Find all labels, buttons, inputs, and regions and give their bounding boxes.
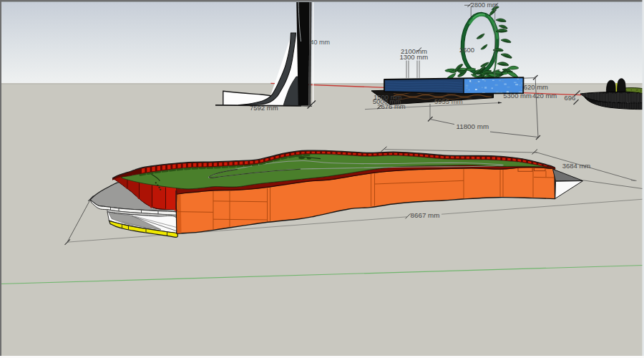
svg-text:3684 mm: 3684 mm (562, 162, 591, 170)
svg-text:696: 696 (564, 94, 575, 102)
svg-text:5300 mm: 5300 mm (503, 92, 532, 100)
svg-text:5955 mm: 5955 mm (434, 97, 463, 105)
svg-text:11800 mm: 11800 mm (457, 122, 489, 130)
svg-text:1300 mm: 1300 mm (400, 53, 429, 61)
svg-text:7592 mm: 7592 mm (250, 104, 278, 112)
svg-text:620 mm: 620 mm (524, 83, 548, 91)
svg-text:2800 mm: 2800 mm (471, 1, 498, 9)
svg-text:420 mm: 420 mm (532, 92, 557, 100)
svg-text:40 mm: 40 mm (311, 39, 331, 46)
svg-text:2676 mm: 2676 mm (377, 102, 406, 110)
svg-text:2600: 2600 (459, 46, 474, 54)
svg-text:8667 mm: 8667 mm (411, 211, 440, 219)
